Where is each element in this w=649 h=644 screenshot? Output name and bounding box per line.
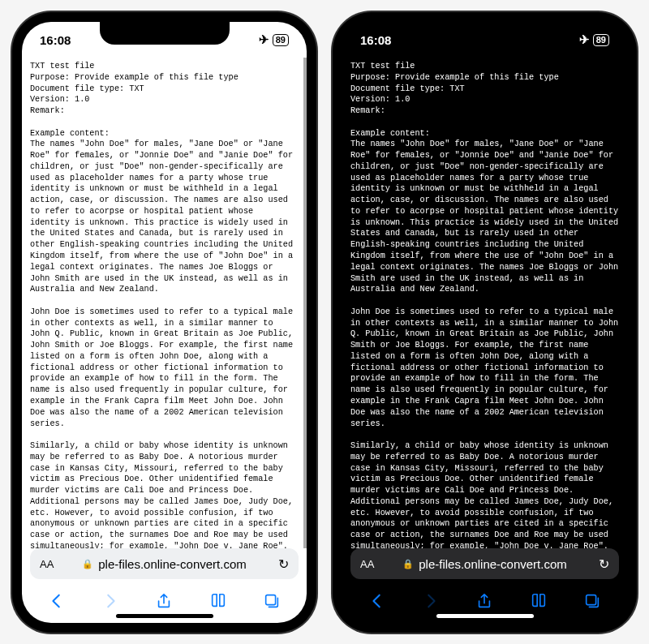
lock-icon: 🔒 — [402, 559, 414, 569]
share-button[interactable] — [150, 587, 178, 615]
share-button[interactable] — [471, 587, 498, 615]
notch — [100, 22, 230, 45]
doc-para2: John Doe is sometimes used to refer to a… — [350, 307, 623, 428]
doc-header: TXT test file Purpose: Provide example o… — [30, 62, 239, 115]
doc-para2: John Doe is sometimes used to refer to a… — [30, 307, 298, 428]
home-indicator[interactable] — [116, 614, 213, 618]
forward-button[interactable] — [97, 587, 124, 615]
back-button[interactable] — [363, 587, 391, 615]
screen-dark: 16:08 ✈ 89 TXT test file Purpose: Provid… — [342, 22, 627, 623]
tabs-icon — [583, 592, 601, 610]
url-text: ple-files.online-convert.com — [419, 557, 567, 571]
doc-para3: Similarly, a child or baby whose identit… — [350, 441, 623, 548]
chevron-right-icon — [101, 592, 119, 610]
screen-light: 16:08 ✈ 89 TXT test file Purpose: Provid… — [22, 22, 307, 623]
reload-button[interactable]: ↻ — [599, 556, 609, 572]
svg-rect-1 — [587, 595, 596, 605]
text-size-button[interactable]: AA — [360, 558, 374, 570]
reload-button[interactable]: ↻ — [278, 556, 289, 572]
notch — [420, 22, 550, 45]
status-right: ✈ 89 — [259, 32, 289, 47]
bookmarks-button[interactable] — [204, 587, 232, 615]
doc-para1: The names "John Doe" for males, "Jane Do… — [350, 140, 623, 294]
doc-para3: Similarly, a child or baby whose identit… — [30, 441, 298, 548]
chevron-left-icon — [368, 592, 386, 610]
status-right: ✈ 89 — [579, 32, 609, 47]
lock-icon: 🔒 — [82, 559, 93, 569]
svg-rect-0 — [266, 595, 276, 605]
airplane-icon: ✈ — [259, 32, 269, 47]
tabs-button[interactable] — [258, 587, 286, 615]
tabs-button[interactable] — [578, 587, 606, 615]
book-icon — [530, 592, 548, 610]
url-text: ple-files.online-convert.com — [98, 557, 247, 571]
clock: 16:08 — [40, 33, 71, 47]
url-bar[interactable]: AA 🔒 ple-files.online-convert.com ↻ — [30, 548, 299, 579]
home-indicator[interactable] — [436, 614, 534, 618]
battery-indicator: 89 — [593, 34, 609, 46]
chevron-right-icon — [422, 592, 440, 610]
tabs-icon — [263, 592, 281, 610]
phone-dark: 16:08 ✈ 89 TXT test file Purpose: Provid… — [333, 12, 637, 633]
book-icon — [209, 592, 227, 610]
share-icon — [475, 592, 493, 610]
battery-indicator: 89 — [273, 34, 289, 46]
doc-section-title: Example content: — [30, 129, 110, 138]
forward-button[interactable] — [417, 587, 445, 615]
document-content[interactable]: TXT test file Purpose: Provide example o… — [22, 58, 307, 548]
doc-para1: The names "John Doe" for males, "Jane Do… — [30, 140, 298, 294]
doc-header: TXT test file Purpose: Provide example o… — [350, 62, 559, 115]
url-bar[interactable]: AA 🔒 ple-files.online-convert.com ↻ — [350, 548, 619, 579]
document-content[interactable]: TXT test file Purpose: Provide example o… — [342, 58, 627, 548]
text-size-button[interactable]: AA — [40, 558, 54, 570]
chevron-left-icon — [48, 592, 66, 610]
back-button[interactable] — [43, 587, 71, 615]
phone-light: 16:08 ✈ 89 TXT test file Purpose: Provid… — [12, 12, 316, 633]
clock: 16:08 — [360, 33, 391, 47]
doc-section-title: Example content: — [350, 129, 430, 138]
airplane-icon: ✈ — [579, 32, 590, 47]
bookmarks-button[interactable] — [525, 587, 552, 615]
share-icon — [155, 592, 173, 610]
